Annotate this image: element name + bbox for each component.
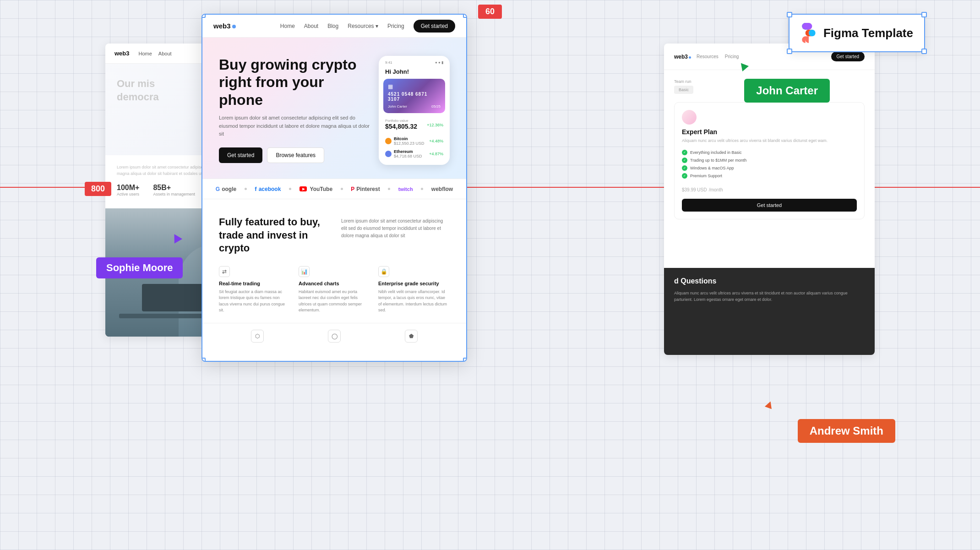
crypto-row-bitcoin: Bitcoin $12,550.23 USD +4.48% bbox=[383, 135, 445, 147]
badge-andrew-smith: Andrew Smith bbox=[798, 419, 895, 443]
right-panel-nav-links: Resources Pricing bbox=[697, 54, 739, 59]
figma-logo-icon bbox=[800, 23, 817, 43]
feature-security-desc: Nibh velit velit ornare ullamcorper. Id … bbox=[378, 289, 450, 314]
card-bottom: John Carter 05/25 bbox=[388, 104, 441, 109]
feature-support: ✓ Premium Support bbox=[682, 173, 857, 179]
card-name: John Carter bbox=[388, 104, 407, 109]
feature-trading: ✓ Trading up to $1MM per month bbox=[682, 158, 857, 163]
basic-tab[interactable]: Basic bbox=[674, 86, 693, 94]
nav-about[interactable]: About bbox=[304, 23, 318, 29]
brand-twitch: twitch bbox=[398, 186, 413, 192]
brand-facebook: facebook bbox=[255, 185, 281, 192]
faq-text: Aliquam nunc arcu velit ultrices arcu vi… bbox=[674, 290, 865, 303]
brand-youtube: YouTube bbox=[299, 186, 333, 192]
bottom-icons-row: ⬡ ◯ ⬟ bbox=[202, 323, 466, 349]
right-panel-cta[interactable]: Get started bbox=[831, 52, 865, 61]
features-description: Lorem ipsum dolor sit amet consectetur a… bbox=[341, 216, 450, 255]
figma-handle-bl[interactable] bbox=[787, 49, 792, 54]
right-panel-logo: web3 bbox=[674, 54, 691, 60]
security-icon: 🔒 bbox=[378, 266, 389, 277]
check-icon-2: ✓ bbox=[682, 158, 687, 163]
feature-security: 🔒 Enterprise grade security Nibh velit v… bbox=[378, 266, 450, 314]
youtube-icon bbox=[299, 186, 307, 191]
features-title: Fully featured to buy, trade and invest … bbox=[219, 216, 327, 255]
bitcoin-icon bbox=[385, 138, 392, 144]
plan-get-started-button[interactable]: Get started bbox=[682, 199, 857, 212]
hero-browse-features-button[interactable]: Browse features bbox=[267, 147, 324, 163]
main-center-panel[interactable]: web3 Home About Blog Resources ▾ Pricing… bbox=[201, 14, 467, 362]
badge-sophie: Sophie Moore bbox=[96, 257, 183, 278]
feature-realtime-desc: Sit feugiat auctor a diam massa ac lorem… bbox=[219, 289, 290, 314]
nav-resources[interactable]: Resources ▾ bbox=[348, 23, 378, 29]
plan-name: Expert Plan bbox=[682, 128, 857, 136]
figma-handle-br[interactable] bbox=[921, 49, 927, 54]
main-nav-logo: web3 bbox=[213, 22, 236, 30]
nav-pricing[interactable]: Pricing bbox=[387, 23, 404, 29]
main-nav-cta[interactable]: Get started bbox=[414, 20, 455, 33]
nav-blog[interactable]: Blog bbox=[327, 23, 338, 29]
brand-separator-1 bbox=[245, 188, 247, 190]
left-panel-logo: web3 bbox=[114, 50, 130, 57]
check-icon-1: ✓ bbox=[682, 150, 687, 155]
hero-title: Buy growing crypto right from your phone bbox=[219, 56, 370, 109]
features-grid: ⇄ Real-time trading Sit feugiat auctor a… bbox=[219, 266, 450, 314]
figma-template-badge: Figma Template bbox=[789, 14, 925, 52]
phone-card: ▦ 4521 0548 6871 3107 John Carter 05/25 bbox=[383, 79, 445, 113]
main-nav: web3 Home About Blog Resources ▾ Pricing… bbox=[202, 15, 466, 38]
bottom-icon-2: ◯ bbox=[328, 330, 341, 343]
badge-john-carter: John Carter bbox=[744, 79, 830, 103]
feature-realtime: ⇄ Real-time trading Sit feugiat auctor a… bbox=[219, 266, 290, 314]
realtime-trading-icon: ⇄ bbox=[219, 266, 230, 277]
brand-pinterest: PPinterest bbox=[351, 186, 380, 192]
figma-handle-tl[interactable] bbox=[787, 12, 792, 17]
phone-balance: Portfolio value $54,805.32 +12.36% bbox=[383, 117, 445, 132]
phone-status: 9:41 ● ● ▮ bbox=[383, 60, 445, 65]
stat-assets: 85B+ Assets in management bbox=[153, 184, 195, 196]
card-expiry: 05/25 bbox=[431, 104, 441, 109]
portfolio-label: Portfolio value bbox=[385, 119, 443, 123]
ethereum-price: $4,718.68 USD bbox=[394, 154, 429, 158]
features-section: Fully featured to buy, trade and invest … bbox=[202, 199, 466, 323]
expert-plan-card: Expert Plan Aliquam nunc arcu velit ultr… bbox=[674, 102, 865, 219]
brand-separator-5 bbox=[421, 188, 423, 190]
left-panel-nav-links: Home About bbox=[139, 51, 172, 56]
card-number: 4521 0548 6871 3107 bbox=[388, 92, 441, 102]
figma-handle-tr[interactable] bbox=[921, 12, 927, 17]
plan-icon bbox=[682, 110, 697, 125]
ethereum-name: Ethereum bbox=[394, 149, 429, 154]
crypto-row-ethereum: Ethereum $4,718.68 USD +4.87% bbox=[383, 147, 445, 160]
handle-top-left[interactable] bbox=[201, 14, 206, 18]
brand-google: Google bbox=[216, 186, 236, 192]
feature-realtime-title: Real-time trading bbox=[219, 281, 290, 286]
feature-app: ✓ Windows & macOS App bbox=[682, 165, 857, 171]
plan-description: Aliquam nunc arcu velit ultrices arcu vi… bbox=[682, 138, 857, 144]
feature-charts-title: Advanced charts bbox=[299, 281, 370, 286]
faq-title: d Questions bbox=[674, 277, 865, 285]
check-icon-4: ✓ bbox=[682, 173, 687, 179]
feature-basic: ✓ Everything included in Basic bbox=[682, 150, 857, 155]
features-header: Fully featured to buy, trade and invest … bbox=[219, 216, 450, 255]
bitcoin-change: +4.48% bbox=[429, 139, 443, 143]
main-nav-links: Home About Blog Resources ▾ Pricing bbox=[280, 23, 404, 29]
phone-mockup: 9:41 ● ● ▮ Hi John! ▦ 4521 0548 6871 310… bbox=[379, 56, 450, 165]
brand-separator-3 bbox=[341, 188, 343, 190]
feature-security-title: Enterprise grade security bbox=[378, 281, 450, 286]
badge-60: 60 bbox=[478, 5, 502, 19]
check-icon-3: ✓ bbox=[682, 165, 687, 171]
hero-description: Lorem ipsum dolor sit amet consectetur a… bbox=[219, 114, 370, 138]
phone-signal: ● ● ▮ bbox=[435, 60, 443, 65]
hero-buttons: Get started Browse features bbox=[219, 147, 370, 163]
hero-get-started-button[interactable]: Get started bbox=[219, 147, 262, 163]
phone-greeting: Hi John! bbox=[383, 68, 445, 75]
bitcoin-price: $12,550.23 USD bbox=[394, 141, 429, 146]
nav-home[interactable]: Home bbox=[280, 23, 295, 29]
feature-charts-desc: Habitant euismod amet eu porta laoreet n… bbox=[299, 289, 370, 314]
feature-charts: 📊 Advanced charts Habitant euismod amet … bbox=[299, 266, 370, 314]
features-heading: Fully featured to buy, trade and invest … bbox=[219, 216, 327, 255]
advanced-charts-icon: 📊 bbox=[299, 266, 310, 277]
ethereum-change: +4.87% bbox=[429, 152, 443, 156]
plan-price: $39.99 USD /month bbox=[682, 185, 857, 193]
brands-bar: Google facebook YouTube PPinterest twitc… bbox=[202, 179, 466, 199]
bottom-icon-1: ⬡ bbox=[251, 330, 264, 343]
portfolio-change: +12.36% bbox=[427, 123, 443, 127]
